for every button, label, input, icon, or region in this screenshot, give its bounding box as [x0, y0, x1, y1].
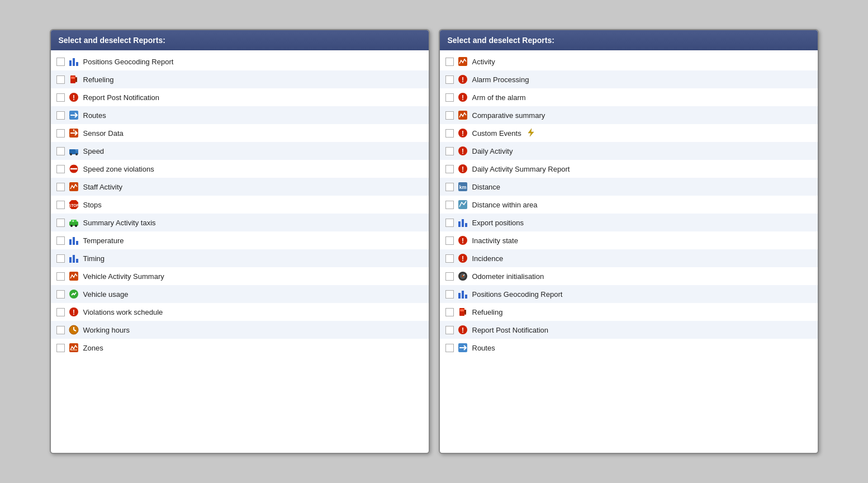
list-item[interactable]: Positions Geocoding Report: [51, 53, 429, 70]
list-item[interactable]: Staff Activity: [51, 178, 429, 196]
item-checkbox[interactable]: [56, 183, 65, 191]
item-checkbox[interactable]: [56, 165, 65, 173]
list-item[interactable]: Sensor Data: [51, 124, 429, 142]
item-checkbox[interactable]: [56, 129, 65, 138]
list-item[interactable]: Zones: [51, 339, 429, 357]
list-item[interactable]: Routes: [440, 339, 818, 357]
svg-point-6: [75, 80, 77, 82]
item-checkbox[interactable]: [56, 344, 65, 352]
red-circle-icon: !: [457, 324, 468, 335]
item-checkbox[interactable]: [445, 219, 454, 227]
svg-rect-1: [73, 58, 75, 66]
list-item[interactable]: Routes: [51, 106, 429, 124]
list-item[interactable]: Positions Geocoding Report: [440, 285, 818, 303]
item-label: Speed zone violations: [83, 165, 154, 173]
list-item[interactable]: Working hours: [51, 321, 429, 339]
item-checkbox[interactable]: [56, 290, 65, 299]
panel-right-title: Select and deselect Reports:: [448, 36, 554, 45]
item-checkbox[interactable]: [445, 147, 454, 155]
item-label: Vehicle Activity Summary: [83, 272, 164, 281]
list-item[interactable]: Speed: [51, 142, 429, 160]
item-checkbox[interactable]: [56, 147, 65, 155]
list-item[interactable]: !Daily Activity: [440, 142, 818, 160]
item-checkbox[interactable]: [445, 111, 454, 120]
list-item[interactable]: !Violations work schedule: [51, 303, 429, 321]
item-label: Odometer initialisation: [472, 272, 544, 281]
item-label: Inactivity state: [472, 236, 518, 245]
item-checkbox[interactable]: [56, 111, 65, 120]
item-checkbox[interactable]: [56, 219, 65, 227]
list-item[interactable]: !Incidence: [440, 249, 818, 267]
list-item[interactable]: kmDistance: [440, 178, 818, 196]
item-label: Distance: [472, 183, 501, 191]
item-checkbox[interactable]: [445, 183, 454, 191]
vehicle-use-icon: [68, 288, 79, 300]
item-label: Positions Geocoding Report: [83, 58, 174, 66]
list-item[interactable]: Activity: [440, 53, 818, 70]
item-checkbox[interactable]: [56, 272, 65, 281]
svg-rect-76: [464, 310, 466, 314]
item-checkbox[interactable]: [445, 165, 454, 173]
list-item[interactable]: Comparative summary: [440, 106, 818, 124]
item-checkbox[interactable]: [445, 254, 454, 263]
item-checkbox[interactable]: [56, 93, 65, 102]
list-item[interactable]: !Report Post Notification: [51, 88, 429, 106]
clock-icon: [68, 324, 79, 335]
panel-left-list[interactable]: Positions Geocoding ReportRefueling!Repo…: [51, 50, 429, 453]
item-checkbox[interactable]: [445, 93, 454, 102]
item-checkbox[interactable]: [445, 308, 454, 316]
bar-chart-icon: [457, 288, 468, 300]
list-item[interactable]: !Alarm Processing: [440, 70, 818, 88]
list-item[interactable]: !Report Post Notification: [440, 321, 818, 339]
svg-text:!: !: [73, 94, 75, 102]
list-item[interactable]: Refueling: [440, 303, 818, 321]
item-checkbox[interactable]: [56, 75, 65, 84]
item-checkbox[interactable]: [445, 236, 454, 245]
red-circle-icon: !: [457, 145, 468, 157]
item-checkbox[interactable]: [56, 58, 65, 66]
item-checkbox[interactable]: [445, 129, 454, 138]
item-checkbox[interactable]: [445, 58, 454, 66]
item-label: Staff Activity: [83, 183, 123, 191]
distance-icon: km: [457, 181, 468, 192]
item-checkbox[interactable]: [445, 75, 454, 84]
gas-icon: [68, 74, 79, 85]
panel-right-list[interactable]: Activity!Alarm Processing!Arm of the ala…: [440, 50, 818, 453]
list-item[interactable]: Vehicle Activity Summary: [51, 267, 429, 285]
list-item[interactable]: Timing: [51, 249, 429, 267]
item-checkbox[interactable]: [445, 326, 454, 334]
truck-icon: [68, 145, 79, 157]
bar-chart-icon: [68, 235, 79, 246]
item-checkbox[interactable]: [56, 254, 65, 263]
svg-point-27: [75, 225, 77, 227]
list-item[interactable]: !Inactivity state: [440, 231, 818, 249]
item-checkbox[interactable]: [445, 201, 454, 209]
activity-icon: [68, 181, 79, 192]
red-circle-icon: !: [457, 235, 468, 246]
item-label: Summary Activity taxis: [83, 219, 156, 227]
item-checkbox[interactable]: [445, 290, 454, 299]
item-checkbox[interactable]: [56, 201, 65, 209]
list-item[interactable]: STOPStops: [51, 196, 429, 214]
list-item[interactable]: !Daily Activity Summary Report: [440, 160, 818, 178]
list-item[interactable]: Export positions: [440, 214, 818, 231]
item-checkbox[interactable]: [56, 308, 65, 316]
list-item[interactable]: !Custom Events: [440, 124, 818, 142]
activity-icon: [457, 110, 468, 121]
list-item[interactable]: Summary Activity taxis: [51, 214, 429, 231]
list-item[interactable]: Speed zone violations: [51, 160, 429, 178]
item-checkbox[interactable]: [445, 344, 454, 352]
list-item[interactable]: Distance within area: [440, 196, 818, 214]
item-checkbox[interactable]: [56, 236, 65, 245]
panel-right-header: Select and deselect Reports:: [440, 30, 818, 50]
list-item[interactable]: Odometer initialisation: [440, 267, 818, 285]
item-label: Vehicle usage: [83, 290, 129, 299]
svg-rect-5: [75, 77, 77, 81]
item-checkbox[interactable]: [56, 326, 65, 334]
item-checkbox[interactable]: [445, 272, 454, 281]
list-item[interactable]: Vehicle usage: [51, 285, 429, 303]
svg-rect-75: [460, 309, 464, 311]
list-item[interactable]: Refueling: [51, 70, 429, 88]
list-item[interactable]: Temperature: [51, 231, 429, 249]
list-item[interactable]: !Arm of the alarm: [440, 88, 818, 106]
